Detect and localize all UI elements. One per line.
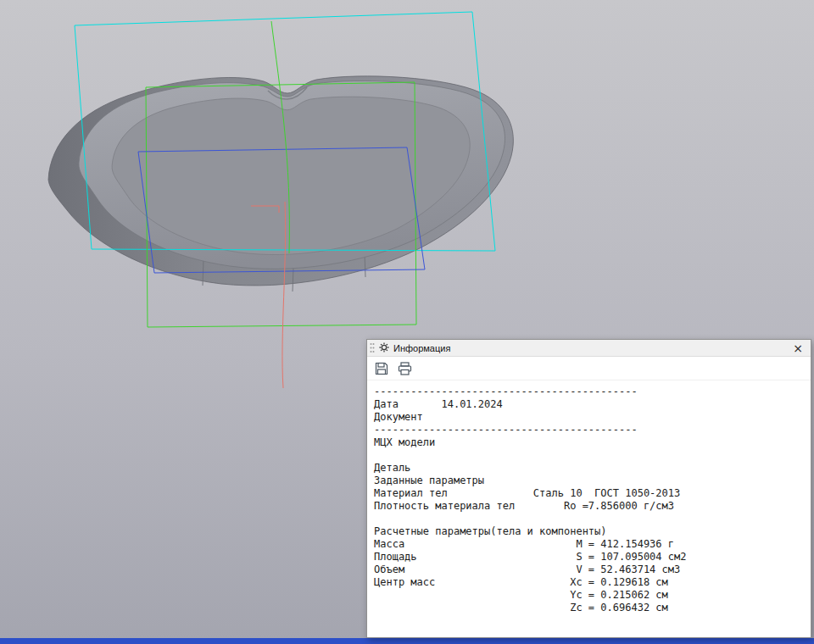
gear-icon: [379, 341, 389, 356]
report-line: Расчетные параметры(тела и компоненты): [374, 525, 804, 538]
report-line: Объем V = 52.463714 см3: [374, 564, 804, 576]
print-icon: [398, 362, 412, 375]
save-button[interactable]: [373, 360, 390, 377]
cad-application: Информация ×: [0, 0, 814, 644]
report-line: [374, 449, 804, 462]
report-text: ----------------------------------------…: [367, 380, 811, 619]
report-line: МЦХ модели: [374, 436, 804, 449]
report-line: ----------------------------------------…: [374, 424, 804, 436]
report-line: Документ: [374, 411, 804, 424]
report-line: Центр масс Xc = 0.129618 см: [374, 576, 804, 589]
information-panel: Информация ×: [366, 339, 811, 638]
print-button[interactable]: [396, 360, 413, 377]
report-line: Zc = 0.696432 см: [374, 602, 804, 614]
information-panel-titlebar[interactable]: Информация ×: [367, 340, 811, 357]
report-line: Деталь: [374, 462, 804, 475]
drag-grip-icon[interactable]: [370, 342, 375, 353]
report-line: Плотность материала тел Ro =7.856000 г/с…: [374, 500, 804, 513]
panel-title: Информация: [393, 343, 450, 353]
save-icon: [375, 362, 388, 375]
report-line: Масса M = 412.154936 г: [374, 538, 804, 551]
report-line: Заданные параметры: [374, 475, 804, 487]
part-model: [48, 76, 513, 291]
report-line: Материал тел Сталь 10 ГОСТ 1050-2013: [374, 487, 804, 500]
report-line: Площадь S = 107.095004 см2: [374, 551, 804, 564]
taskbar-strip[interactable]: [0, 638, 814, 644]
report-line: Дата 14.01.2024: [374, 398, 804, 411]
report-line: [374, 513, 804, 525]
panel-toolbar: [367, 357, 811, 380]
close-button[interactable]: ×: [790, 342, 806, 354]
report-line: Yc = 0.215062 см: [374, 589, 804, 602]
report-line: ----------------------------------------…: [374, 386, 804, 398]
